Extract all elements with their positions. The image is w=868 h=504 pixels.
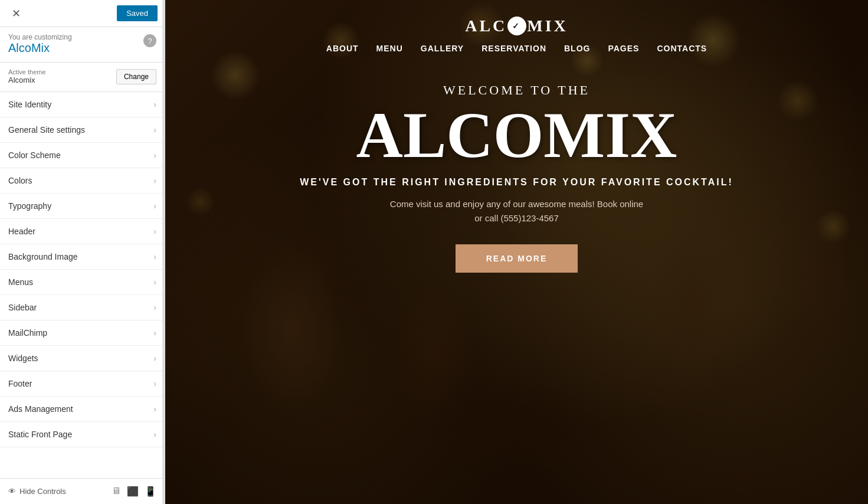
site-logo-area: ALC ✓ MIX — [465, 17, 568, 35]
logo-prefix: ALC — [465, 17, 507, 35]
customizing-theme-name: AlcoMix — [8, 41, 72, 55]
chevron-right-icon: › — [153, 252, 156, 261]
menu-item-label-color-scheme: Color Scheme — [8, 150, 61, 160]
chevron-right-icon: › — [153, 379, 156, 388]
desktop-icon[interactable]: 🖥 — [112, 486, 121, 497]
welcome-to-text: WELCOME TO THE — [300, 83, 733, 98]
nav-item-blog[interactable]: Blog — [564, 44, 590, 53]
menu-item-sidebar[interactable]: Sidebar› — [0, 295, 165, 320]
menu-item-label-background-image: Background Image — [8, 252, 78, 261]
saved-button[interactable]: Saved — [117, 5, 158, 21]
menu-item-static-front-page[interactable]: Static Front Page› — [0, 422, 165, 447]
menu-item-label-general-site-settings: General Site settings — [8, 125, 85, 135]
chevron-right-icon: › — [153, 354, 156, 363]
customizing-section: You are customizing AlcoMix ? — [0, 27, 165, 63]
read-more-button[interactable]: READ MORE — [456, 244, 578, 273]
customizer-menu-list: Site Identity›General Site settings›Colo… — [0, 92, 165, 478]
hide-controls-label: Hide Controls — [19, 487, 66, 496]
menu-item-colors[interactable]: Colors› — [0, 168, 165, 194]
site-logo: ALC ✓ MIX — [465, 17, 568, 35]
menu-item-label-widgets: Widgets — [8, 354, 38, 363]
menu-item-label-sidebar: Sidebar — [8, 303, 37, 312]
menu-item-label-ads-management: Ads Management — [8, 404, 73, 414]
menu-item-label-typography: Typography — [8, 201, 51, 211]
menu-item-ads-management[interactable]: Ads Management› — [0, 397, 165, 422]
menu-item-label-footer: Footer — [8, 379, 32, 388]
chevron-right-icon: › — [153, 125, 156, 135]
logo-suffix: MIX — [527, 17, 568, 35]
nav-item-reservation[interactable]: Reservation — [482, 44, 546, 53]
preview-content: ALC ✓ MIX AboutMenuGalleryReservationBlo… — [165, 0, 868, 504]
sidebar-resize-bar — [162, 0, 165, 504]
menu-item-label-static-front-page: Static Front Page — [8, 430, 72, 439]
active-theme-label: Active theme — [8, 68, 46, 76]
hero-title: ALCOMIX — [300, 103, 733, 168]
menu-item-background-image[interactable]: Background Image› — [0, 244, 165, 270]
menu-item-menus[interactable]: Menus› — [0, 270, 165, 295]
nav-item-pages[interactable]: Pages — [608, 44, 639, 53]
help-icon[interactable]: ? — [143, 34, 156, 47]
close-button[interactable]: ✕ — [7, 5, 25, 22]
menu-item-typography[interactable]: Typography› — [0, 194, 165, 219]
menu-item-label-header: Header — [8, 227, 35, 236]
preview-area: ALC ✓ MIX AboutMenuGalleryReservationBlo… — [165, 0, 868, 504]
logo-icon-wrap: ✓ — [507, 17, 526, 35]
menu-item-label-site-identity: Site Identity — [8, 100, 51, 109]
menu-item-header[interactable]: Header› — [0, 219, 165, 244]
eye-icon: 👁 — [8, 487, 16, 496]
chevron-right-icon: › — [153, 227, 156, 236]
menu-item-label-colors: Colors — [8, 176, 32, 185]
menu-item-general-site-settings[interactable]: General Site settings› — [0, 117, 165, 143]
customizer-sidebar: ✕ Saved You are customizing AlcoMix ? Ac… — [0, 0, 165, 504]
chevron-right-icon: › — [153, 176, 156, 185]
chevron-right-icon: › — [153, 150, 156, 160]
change-theme-button[interactable]: Change — [116, 69, 156, 84]
menu-item-widgets[interactable]: Widgets› — [0, 346, 165, 371]
nav-item-about[interactable]: About — [326, 44, 359, 53]
mobile-icon[interactable]: 📱 — [145, 486, 156, 497]
hero-subtitle: WE'VE GOT THE RIGHT INGREDIENTS FOR YOUR… — [300, 177, 733, 188]
hero-section: WELCOME TO THE ALCOMIX WE'VE GOT THE RIG… — [264, 83, 769, 273]
active-theme-name: Alcomix — [8, 76, 46, 84]
hero-desc-line2: or call (555)123-4567 — [474, 213, 559, 223]
menu-item-mailchimp[interactable]: MailChimp› — [0, 320, 165, 346]
sidebar-footer: 👁 Hide Controls 🖥 ⬛ 📱 — [0, 478, 165, 504]
hero-description: Come visit us and enjoy any of our aweso… — [300, 197, 733, 225]
customizing-label: You are customizing — [8, 33, 72, 41]
tablet-icon[interactable]: ⬛ — [127, 486, 139, 497]
chevron-right-icon: › — [153, 303, 156, 312]
chevron-right-icon: › — [153, 201, 156, 211]
site-navigation: AboutMenuGalleryReservationBlogPagesCont… — [326, 44, 707, 53]
menu-item-label-menus: Menus — [8, 277, 33, 287]
device-icons: 🖥 ⬛ 📱 — [112, 486, 156, 497]
chevron-right-icon: › — [153, 328, 156, 338]
chevron-right-icon: › — [153, 404, 156, 414]
menu-item-color-scheme[interactable]: Color Scheme› — [0, 143, 165, 168]
sidebar-header: ✕ Saved — [0, 0, 165, 27]
hide-controls-button[interactable]: 👁 Hide Controls — [8, 487, 66, 496]
menu-item-site-identity[interactable]: Site Identity› — [0, 92, 165, 117]
active-theme-section: Active theme Alcomix Change — [0, 63, 165, 92]
logo-icon: ✓ — [512, 21, 522, 31]
menu-item-label-mailchimp: MailChimp — [8, 328, 47, 338]
nav-item-menu[interactable]: Menu — [376, 44, 403, 53]
nav-item-contacts[interactable]: Contacts — [657, 44, 707, 53]
chevron-right-icon: › — [153, 277, 156, 287]
menu-item-footer[interactable]: Footer› — [0, 371, 165, 397]
hero-desc-line1: Come visit us and enjoy any of our aweso… — [390, 199, 643, 209]
nav-item-gallery[interactable]: Gallery — [421, 44, 464, 53]
chevron-right-icon: › — [153, 430, 156, 439]
chevron-right-icon: › — [153, 100, 156, 109]
